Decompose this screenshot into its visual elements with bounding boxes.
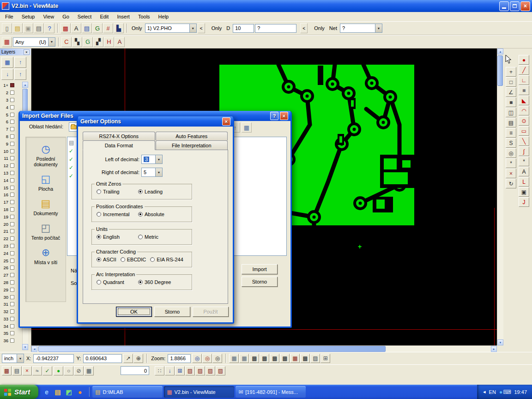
layer-visibility-checkbox[interactable] [10,127,14,131]
menu-edit[interactable]: Edit [96,13,113,20]
layer-visibility-checkbox[interactable] [10,83,14,87]
h-pattern-icon[interactable]: H [104,37,114,47]
circle-outline-icon[interactable]: ○ [64,366,73,375]
layer-combo-arrow-icon[interactable]: ▼ [189,24,196,32]
pan-tool[interactable]: + [506,67,516,77]
pattern-red-d-icon[interactable]: ▨ [216,366,225,375]
layer-visibility-checkbox[interactable] [10,229,14,233]
corner-line-tool[interactable]: ∟ [519,75,529,85]
online-status-icon[interactable]: ● [54,366,63,375]
delete-mark-icon[interactable]: × [22,366,32,375]
pattern-cross-icon[interactable]: ⊞ [320,354,330,363]
menu-setup[interactable]: Setup [18,13,39,20]
tray-keyboard-icon[interactable]: ⌨ [503,389,511,395]
pattern-dark-2-icon[interactable]: ▩ [260,354,269,363]
radio-leading[interactable]: Leading [138,189,180,194]
polyline-tool[interactable]: ∫ [519,146,529,156]
y-coordinate-field[interactable]: 0.690643 [83,354,122,363]
close-button[interactable]: × [520,1,530,11]
tray-messenger-icon[interactable]: ● [499,389,502,395]
radio-incremental[interactable]: Incremental [97,212,138,217]
folders-quicklaunch-icon[interactable]: ▤ [54,388,62,396]
layer-visibility-checkbox[interactable] [10,215,14,219]
origin-target-icon[interactable]: ⊕ [133,354,143,363]
net-combo-arrow-icon[interactable]: ▼ [375,24,382,32]
layers-scroll-down-icon[interactable]: ▼ [22,344,28,350]
pattern-red-a-icon[interactable]: ▨ [185,366,195,375]
layer-row[interactable]: 35 [0,330,22,337]
radio-quadrant[interactable]: Quadrant [97,279,138,285]
print-icon[interactable]: ▤ [34,23,44,33]
layer-visibility-checkbox[interactable] [10,163,14,168]
layer-visibility-checkbox[interactable] [10,193,14,197]
right-decimal-arrow-icon[interactable]: ▼ [155,168,162,176]
layer-visibility-checkbox[interactable] [10,222,14,226]
horizontal-scroll-thumb[interactable] [38,346,386,352]
only-dcode-label[interactable]: Only [210,25,224,31]
layer-visibility-checkbox[interactable] [10,324,14,328]
language-indicator[interactable]: EN [489,389,496,395]
layer-stack-icon[interactable]: ▤ [12,366,22,375]
diagonal-tool[interactable]: ╲ [519,136,529,146]
place-network[interactable]: ⊕Místa v síti [26,247,66,265]
sketch-lines-icon[interactable]: ≈ [32,366,42,375]
layer-visibility-checkbox[interactable] [10,171,14,175]
layers-grid-button[interactable]: ▦ [1,57,13,68]
draw-line-tool[interactable]: ╱ [519,65,529,75]
zoom-previous-icon[interactable]: ◎ [212,354,222,363]
radio-eia-rs-244[interactable]: EIA RS-244 [150,257,183,262]
layer-visibility-checkbox[interactable] [10,259,14,263]
grid-small-icon[interactable]: ▦ [84,366,94,375]
radio-metric[interactable]: Metric [138,234,180,240]
pattern-dark-5-icon[interactable]: ▩ [300,354,310,363]
save-view-tool[interactable]: ▣ [519,187,529,197]
rotate-tool[interactable]: ↻ [506,179,516,188]
square-pad-tool[interactable]: ■ [519,85,529,95]
net-highlight-icon[interactable]: # [103,23,113,33]
layers-panel-header[interactable]: Layers × [0,48,31,55]
star-tool[interactable]: * [519,157,529,166]
layer-visibility-checkbox[interactable] [10,302,14,306]
filled-square-tool[interactable]: ■ [506,97,516,107]
text-tool[interactable]: A [519,167,529,176]
layer-visibility-checkbox[interactable] [10,317,14,321]
ie-quicklaunch-icon[interactable]: e [42,388,51,396]
pattern-dark-1-icon[interactable]: ▩ [249,354,259,363]
dcode-query-field[interactable]: ? [255,24,296,33]
anchor-frame-icon[interactable]: ⊞ [175,366,185,375]
layer-up-button[interactable]: ↑ [14,57,26,68]
layer-visibility-checkbox[interactable] [10,266,14,270]
left-of-decimal-combo[interactable]: 3 ▼ [141,155,163,164]
measure-distance-icon[interactable]: ↗ [123,354,133,363]
count-field[interactable]: 0 [121,366,149,375]
desktop-quicklaunch-icon[interactable]: ◩ [65,388,73,396]
place-computer[interactable]: ◰Tento počítač [26,222,66,241]
radio-trailing[interactable]: Trailing [97,189,138,194]
align-tool[interactable]: ≡ [506,128,516,138]
gerber-cancel-button[interactable]: Storno [154,307,190,317]
minimize-button[interactable] [499,1,509,11]
net-combo[interactable]: ? ▼ [340,24,382,33]
gerber-dialog-titlebar[interactable]: Gerber Options × [78,116,233,127]
aperture-list-icon[interactable]: A [71,23,81,33]
radio-absolute[interactable]: Absolute [138,212,180,217]
label-tool[interactable]: L [519,177,529,187]
place-desktop[interactable]: ◱Plocha [26,173,66,192]
layer-visibility-checkbox[interactable] [10,120,14,124]
dcode-field[interactable]: 10 [233,24,254,33]
tray-chevron-icon[interactable]: ◂ [483,389,486,395]
task-message[interactable]: ✉[191-482-091] - Mess... [236,386,306,398]
prev-dcode-button[interactable]: < [198,23,205,33]
place-recent[interactable]: ◷Poslední dokumenty [26,143,66,167]
selection-combo-arrow-icon[interactable]: ▼ [48,38,55,46]
layer-visibility-checkbox[interactable] [10,207,14,212]
draw-check-icon[interactable]: ✓ [42,366,52,375]
only-layer-label[interactable]: Only [130,25,144,31]
curve-tool[interactable]: S [506,138,516,148]
zoom-field[interactable]: 1.8866 [168,354,191,363]
radio-360-degree[interactable]: 360 Degree [138,279,180,285]
import-button[interactable]: Import [242,264,278,274]
open-file-icon[interactable]: ▤ [12,23,23,33]
erase-tool[interactable]: × [506,169,516,178]
layer-visibility-checkbox[interactable] [10,134,14,139]
